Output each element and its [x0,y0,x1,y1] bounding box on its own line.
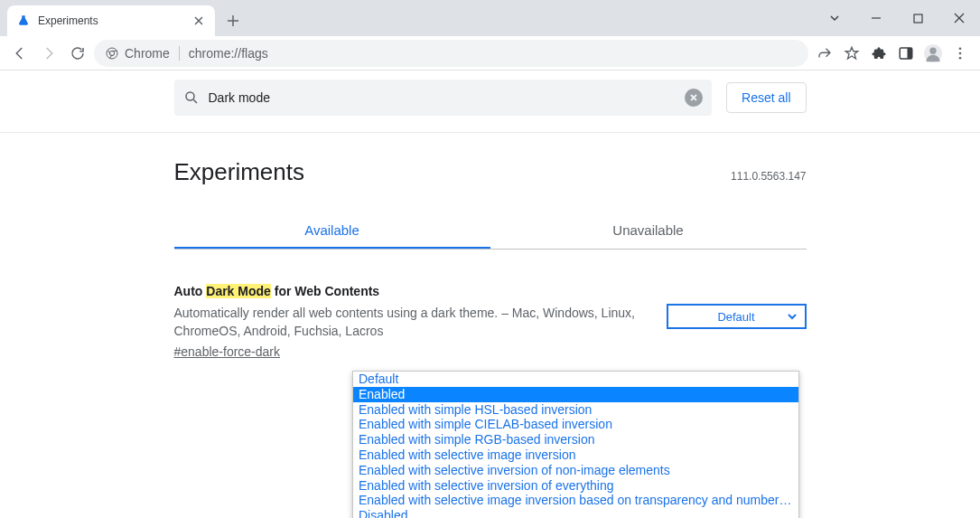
flag-item: Auto Dark Mode for Web Contents Automati… [174,284,807,359]
flag-title-highlight: Dark Mode [206,284,271,298]
tab-available[interactable]: Available [174,213,490,249]
back-button[interactable] [7,41,33,66]
divider [0,132,980,133]
site-chip-label: Chrome [125,46,170,61]
window-maximize-button[interactable] [897,5,938,32]
dropdown-option[interactable]: Enabled [353,387,798,402]
window-dropdown-icon[interactable] [814,5,855,32]
forward-button[interactable] [36,41,61,66]
chevron-down-icon [787,311,798,322]
page-title: Experiments [174,158,305,186]
window-controls [814,0,980,36]
reset-all-button[interactable]: Reset all [726,82,806,113]
dropdown-option[interactable]: Default [353,372,798,387]
close-tab-icon[interactable] [191,14,206,28]
window-close-button[interactable] [938,5,980,32]
flag-anchor-link[interactable]: #enable-force-dark [174,344,281,359]
svg-point-1 [107,48,117,59]
dropdown-option[interactable]: Disabled [353,508,798,518]
dropdown-option[interactable]: Enabled with simple RGB-based inversion [353,432,798,447]
flags-search-input[interactable] [209,90,677,105]
dropdown-option[interactable]: Enabled with selective image inversion [353,447,798,463]
svg-point-8 [959,52,962,54]
search-icon [183,89,200,106]
flag-dropdown-listbox[interactable]: DefaultEnabledEnabled with simple HSL-ba… [352,371,799,518]
section-tabs: Available Unavailable [174,213,807,250]
address-bar[interactable]: Chrome chrome://flags [94,40,808,67]
flags-search-box[interactable] [174,80,713,116]
bookmark-icon[interactable] [839,41,864,66]
chrome-icon [105,46,119,61]
kebab-menu-icon[interactable] [947,41,973,66]
profile-avatar[interactable] [920,41,946,66]
flag-description: Automatically render all web contents us… [174,304,649,341]
browser-tab[interactable]: Experiments [7,5,215,36]
flag-title-pre: Auto [174,284,207,298]
dropdown-option[interactable]: Enabled with selective image inversion b… [353,493,798,508]
flag-dropdown-value: Default [717,310,754,324]
site-chip: Chrome [105,46,170,61]
dropdown-option[interactable]: Enabled with selective inversion of ever… [353,478,798,494]
flask-icon [16,14,31,28]
share-icon[interactable] [812,41,837,66]
dropdown-option[interactable]: Enabled with simple CIELAB-based inversi… [353,417,798,432]
svg-point-6 [929,47,936,53]
flag-title: Auto Dark Mode for Web Contents [174,284,649,298]
svg-rect-4 [908,48,912,59]
tab-unavailable[interactable]: Unavailable [490,213,807,249]
omnibox-divider [179,46,180,61]
new-tab-button[interactable] [220,8,246,33]
window-minimize-button[interactable] [855,5,897,32]
svg-point-7 [959,47,962,50]
browser-toolbar: Chrome chrome://flags [0,36,980,71]
dropdown-option[interactable]: Enabled with simple HSL-based inversion [353,402,798,418]
page-viewport: Reset all Experiments 111.0.5563.147 Ava… [0,71,980,518]
clear-search-icon[interactable] [685,89,703,107]
reload-button[interactable] [65,41,90,66]
dropdown-option[interactable]: Enabled with selective inversion of non-… [353,463,798,478]
svg-point-10 [186,92,194,100]
chrome-version: 111.0.5563.147 [731,170,806,183]
tab-title: Experiments [38,14,191,27]
svg-point-9 [959,56,962,59]
omnibox-url: chrome://flags [189,46,268,61]
flag-title-post: for Web Contents [271,284,379,298]
sidepanel-icon[interactable] [893,41,919,66]
flag-dropdown[interactable]: Default [667,304,807,329]
svg-rect-0 [914,14,922,23]
extensions-icon[interactable] [866,41,891,66]
window-titlebar: Experiments [0,0,980,36]
